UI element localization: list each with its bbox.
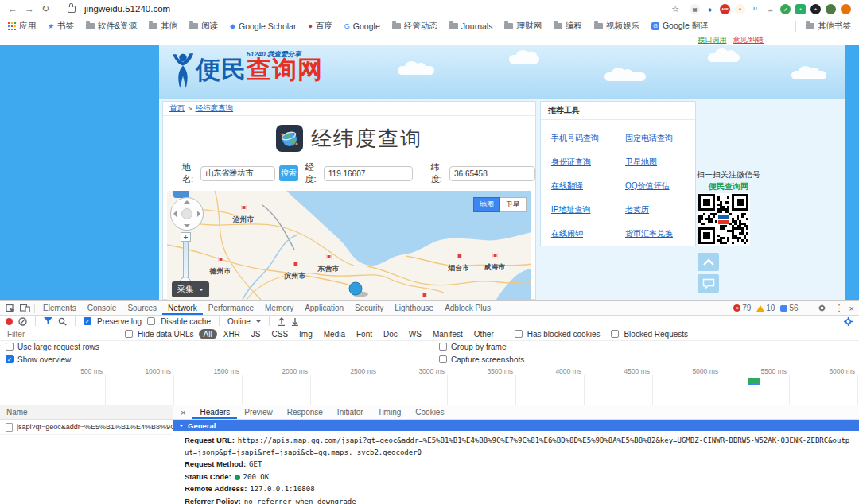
fox-icon[interactable]: ● [735,4,745,14]
url-text[interactable]: jingweidu.51240.com [84,4,170,14]
tool-link[interactable]: 在线翻译 [551,180,625,192]
filter-type-ws[interactable]: WS [404,329,426,339]
save-page-icon[interactable]: ▤ [690,4,700,14]
feedback-chat-button[interactable] [698,274,719,293]
bookmark-item[interactable]: 经管动态 [392,21,437,32]
record-icon[interactable] [6,318,13,325]
network-overview-timeline[interactable]: 500 ms1000 ms1500 ms2000 ms2500 ms3000 m… [0,366,859,406]
devtools-tab-console[interactable]: Console [82,302,122,315]
search-button[interactable]: 搜索 [279,165,297,181]
extension-pin-icon[interactable]: + [810,4,821,14]
device-toolbar-icon[interactable] [17,302,32,315]
longitude-input[interactable] [324,166,413,181]
devtools-tab-network[interactable]: Network [162,302,203,315]
filter-type-font[interactable]: Font [352,329,377,339]
preserve-log-checkbox[interactable]: ✓ [84,317,91,325]
send-icon[interactable]: ◆ [705,4,715,14]
bookmark-item[interactable]: ◆Google Scholar [230,21,296,31]
power-icon[interactable] [841,4,851,14]
tool-link[interactable]: 老黄历 [625,204,649,215]
filter-input[interactable] [6,329,120,339]
disable-cache-checkbox[interactable] [147,317,155,325]
bookmark-item[interactable]: 应用 [8,21,36,32]
zoom-in-button[interactable]: + [181,232,191,242]
export-har-icon[interactable] [291,317,299,326]
details-tab-timing[interactable]: Timing [371,406,409,419]
devtools-tab-sources[interactable]: Sources [122,302,162,315]
bookmark-item[interactable]: GGoogle 翻译 [651,21,709,32]
details-tab-response[interactable]: Response [280,406,330,419]
filter-type-doc[interactable]: Doc [379,329,402,339]
devtools-tab-performance[interactable]: Performance [203,302,259,315]
inspect-element-icon[interactable] [3,302,17,315]
bookmark-item[interactable]: GGoogle [344,21,380,31]
filter-funnel-icon[interactable] [44,317,52,325]
error-count-badge[interactable]: × 79 [733,304,751,312]
bookmark-item[interactable]: 阅读 [189,21,218,32]
filter-type-all[interactable]: All [199,329,217,339]
close-details-icon[interactable]: × [173,408,192,417]
throttling-dropdown[interactable]: Online [227,317,251,326]
devtools-tab-lighthouse[interactable]: Lighthouse [389,302,439,315]
general-section-header[interactable]: General [173,420,859,431]
pan-center-icon[interactable] [181,208,192,219]
breadcrumb-home-link[interactable]: 首页 [169,103,185,114]
bookmark-item[interactable]: 其他 [149,21,177,32]
bookmark-item[interactable]: 编程 [554,21,582,32]
translate-ext-icon[interactable]: U [750,4,760,14]
map-canvas[interactable]: 沧州市衡水市德州市滨州市东营市烟台市威海市潍坊市 + 采集 地图 [167,191,531,300]
pan-right-icon[interactable] [197,211,200,217]
tool-link[interactable]: 身份证查询 [551,157,625,168]
map-mode-button[interactable]: 地图 [473,197,500,212]
collect-button[interactable]: 采集 [172,281,209,297]
tool-link[interactable]: 卫星地图 [625,157,657,168]
satellite-mode-button[interactable]: 卫星 [500,197,527,212]
bookmark-item[interactable]: Journals [449,21,493,31]
filter-type-manifest[interactable]: Manifest [428,329,468,339]
filter-type-img[interactable]: Img [294,329,317,339]
bookmark-item[interactable]: 视频娱乐 [594,21,639,32]
tool-link[interactable]: 货币汇率兑换 [625,228,673,239]
back-icon[interactable]: ← [8,0,17,17]
issues-count-badge[interactable]: 56 [780,304,798,312]
devtools-tab-adblock-plus[interactable]: Adblock Plus [439,302,496,315]
network-request-row[interactable]: jsapi?qt=geoc&addr=%E5%B1%B1%E4%B8%9C%E.… [0,420,173,435]
pan-left-icon[interactable] [173,211,177,217]
filter-type-css[interactable]: CSS [267,329,293,339]
profile-avatar[interactable] [826,4,836,14]
filter-type-media[interactable]: Media [319,329,350,339]
place-input[interactable] [200,166,275,181]
tool-link[interactable]: QQ价值评估 [625,180,670,192]
details-tab-initiator[interactable]: Initiator [330,406,371,419]
devtools-tab-security[interactable]: Security [349,302,389,315]
name-column-header[interactable]: Name [0,405,173,420]
devtools-tab-elements[interactable]: Elements [37,302,82,315]
forward-icon[interactable]: → [25,0,34,17]
map-pan-control[interactable] [170,197,204,231]
details-tab-preview[interactable]: Preview [237,406,280,419]
back-to-top-button[interactable] [698,253,719,271]
bookmark-item[interactable]: ★书签 [48,21,74,32]
adblock-icon[interactable]: ABP [720,4,730,14]
bookmark-item[interactable]: 理财网 [504,21,542,32]
latitude-input[interactable] [449,166,535,181]
devtools-tab-application[interactable]: Application [299,302,349,315]
check-shield-icon[interactable]: ✓ [780,4,791,14]
tool-link[interactable]: 手机号码查询 [551,133,625,144]
import-har-icon[interactable] [278,317,286,326]
tool-link[interactable]: IP地址查询 [551,204,625,215]
use-large-rows-checkbox[interactable] [6,343,14,351]
blocked-requests-checkbox[interactable] [611,330,619,338]
search-icon[interactable] [58,317,67,326]
bookmark-item[interactable]: ●百度 [308,21,332,32]
breadcrumb-current-link[interactable]: 经纬度查询 [196,103,234,114]
tool-link[interactable]: 在线闹钟 [551,228,625,239]
api-call-link[interactable]: 接口调用 [698,35,726,45]
devtools-tab-memory[interactable]: Memory [259,302,299,315]
refresh-icon[interactable]: ↻ [41,0,49,17]
hide-data-urls-checkbox[interactable] [125,330,133,338]
lock-icon[interactable] [68,6,76,13]
bookmark-star-icon[interactable]: ☆ [671,4,679,14]
wechat-ext-icon[interactable]: • [795,4,806,14]
has-blocked-cookies-checkbox[interactable] [515,330,523,338]
